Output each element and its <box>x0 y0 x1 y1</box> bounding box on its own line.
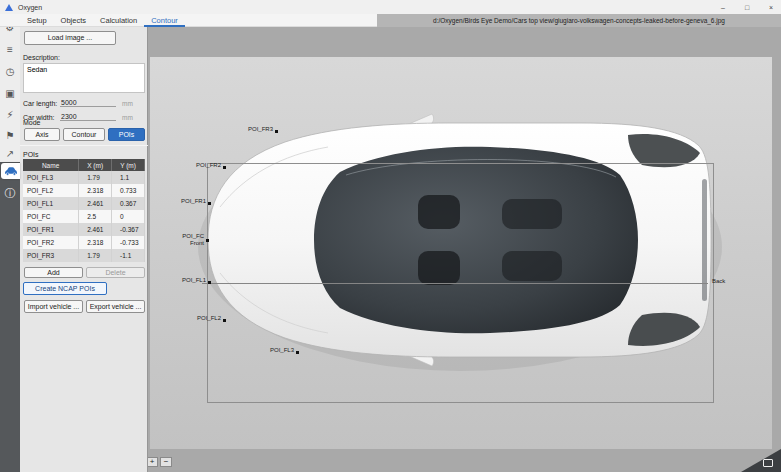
poi-y-cell: -0.367 <box>112 223 145 236</box>
back-axis-label: Back <box>712 278 725 284</box>
poi-dot-icon <box>208 202 211 205</box>
car-length-label: Car length: <box>23 100 60 107</box>
image-icon[interactable]: ▣ <box>0 84 20 102</box>
poi-name-cell: POI_FR3 <box>23 249 79 262</box>
icon-rail-dark-section <box>0 162 20 472</box>
poi-dot-icon <box>206 239 209 242</box>
car-length-input[interactable] <box>60 99 116 107</box>
poi-x-cell: 2.461 <box>79 223 112 236</box>
image-canvas[interactable]: Back POI_FR3 POI_FR2 POI_FR1 POI_FC Fron… <box>148 14 781 472</box>
poi-y-cell: -1.1 <box>112 249 145 262</box>
poi-x-cell: 2.318 <box>79 184 112 197</box>
share-icon[interactable]: ↗ <box>0 144 20 162</box>
poi-marker-label-group: POI_FC Front <box>182 233 204 247</box>
menu-bar: Setup Objects Calculation Contour d:/Oxy… <box>0 14 781 27</box>
car-photo: Back POI_FR3 POI_FR2 POI_FR1 POI_FC Fron… <box>150 57 772 449</box>
window-title: Oxygen <box>18 4 42 11</box>
import-vehicle-button[interactable]: Import vehicle ... <box>24 300 83 313</box>
poi-name-cell: POI_FL3 <box>23 171 79 184</box>
poi-x-cell: 2.5 <box>79 210 112 223</box>
poi-marker-label: POI_FL3 <box>270 347 294 353</box>
car-icon <box>4 166 18 176</box>
table-row[interactable]: POI_FL1 2.461 0.367 <box>23 197 145 210</box>
poi-dot-icon <box>208 281 211 284</box>
zoom-out-button[interactable]: − <box>160 457 172 467</box>
tab-bar: Setup Objects Calculation Contour <box>20 14 185 27</box>
zoom-controls: + − <box>146 457 172 467</box>
tab-calculation[interactable]: Calculation <box>93 14 144 27</box>
vehicle-panel: Load image ... Description: Sedan Car le… <box>20 27 148 472</box>
header-name: Name <box>23 159 79 171</box>
car-length-unit: mm <box>122 100 133 107</box>
car-width-input[interactable] <box>60 113 116 121</box>
create-ncap-pois-button[interactable]: Create NCAP POIs <box>23 282 107 295</box>
vehicle-tool-tab[interactable] <box>1 163 20 179</box>
poi-x-cell: 1.79 <box>79 171 112 184</box>
tab-setup[interactable]: Setup <box>20 14 54 27</box>
poi-marker-label: POI_FL2 <box>197 315 221 321</box>
mode-contour-button[interactable]: Contour <box>63 128 105 141</box>
poi-table: Name X (m) Y (m) POI_FL3 1.79 1.1 POI_FL… <box>23 159 145 262</box>
minimize-button[interactable]: – <box>717 4 729 11</box>
poi-marker-label: POI_FR3 <box>248 126 273 132</box>
mode-axis-button[interactable]: Axis <box>24 128 60 141</box>
table-row[interactable]: POI_FR1 2.461 -0.367 <box>23 223 145 236</box>
description-label: Description: <box>23 54 60 61</box>
front-axis-label: Front <box>182 240 204 247</box>
poi-marker-label: POI_FL1 <box>182 277 206 283</box>
poi-x-cell: 1.79 <box>79 249 112 262</box>
poi-dot-icon <box>296 351 299 354</box>
flag-icon[interactable]: ⚑ <box>0 126 20 144</box>
poi-y-cell: 0 <box>112 210 145 223</box>
poi-y-cell: -0.733 <box>112 236 145 249</box>
title-bar: Oxygen – □ × <box>0 0 781 14</box>
icon-rail: ⚙ ≡ ◷ ▣ ⚡ ⚑ ↗ ⓘ <box>0 14 20 472</box>
table-row[interactable]: POI_FL3 1.79 1.1 <box>23 171 145 184</box>
poi-name-cell: POI_FL1 <box>23 197 79 210</box>
car-width-row: Car width: mm <box>23 111 145 123</box>
divider <box>20 145 148 146</box>
load-image-button[interactable]: Load image ... <box>24 31 116 45</box>
tab-contour[interactable]: Contour <box>144 14 185 27</box>
table-row[interactable]: POI_FR2 2.318 -0.733 <box>23 236 145 249</box>
poi-dot-icon <box>275 130 278 133</box>
app-window: Oxygen – □ × Setup Objects Calculation C… <box>0 0 781 472</box>
poi-marker-label: POI_FC <box>182 233 204 240</box>
header-y: Y (m) <box>112 159 145 171</box>
expand-icon <box>763 459 773 467</box>
fullscreen-corner[interactable] <box>741 449 781 472</box>
delete-poi-button[interactable]: Delete <box>86 267 145 278</box>
info-icon[interactable]: ⓘ <box>0 184 20 202</box>
list-icon[interactable]: ≡ <box>0 40 20 58</box>
pois-section-label: POIs <box>23 151 39 158</box>
mode-pois-button[interactable]: POIs <box>108 128 145 141</box>
poi-marker-label: POI_FR2 <box>196 162 221 168</box>
poi-table-header: Name X (m) Y (m) <box>23 159 145 171</box>
header-x: X (m) <box>79 159 112 171</box>
poi-dot-icon <box>223 166 226 169</box>
poi-name-cell: POI_FR2 <box>23 236 79 249</box>
poi-marker-label: POI_FR1 <box>181 198 206 204</box>
maximize-button[interactable]: □ <box>741 4 753 11</box>
table-row[interactable]: POI_FL2 2.318 0.733 <box>23 184 145 197</box>
table-row[interactable]: POI_FC 2.5 0 <box>23 210 145 223</box>
car-width-unit: mm <box>122 114 133 121</box>
export-vehicle-button[interactable]: Export vehicle ... <box>86 300 145 313</box>
add-poi-button[interactable]: Add <box>24 267 83 278</box>
poi-name-cell: POI_FC <box>23 210 79 223</box>
poi-y-cell: 1.1 <box>112 171 145 184</box>
tab-objects[interactable]: Objects <box>54 14 93 27</box>
poi-y-cell: 0.367 <box>112 197 145 210</box>
stopwatch-icon[interactable]: ◷ <box>0 62 20 80</box>
table-row[interactable]: POI_FR3 1.79 -1.1 <box>23 249 145 262</box>
poi-x-cell: 2.461 <box>79 197 112 210</box>
poi-name-cell: POI_FR1 <box>23 223 79 236</box>
lightning-icon[interactable]: ⚡ <box>0 105 20 123</box>
file-path: d:/Oxygen/Birds Eye Demo/Cars top view/g… <box>433 17 725 24</box>
poi-dot-icon <box>223 319 226 322</box>
vehicle-axis-line[interactable] <box>202 283 708 284</box>
app-logo-icon <box>5 4 13 11</box>
close-button[interactable]: × <box>765 4 777 11</box>
poi-x-cell: 2.318 <box>79 236 112 249</box>
description-input[interactable]: Sedan <box>23 63 145 93</box>
